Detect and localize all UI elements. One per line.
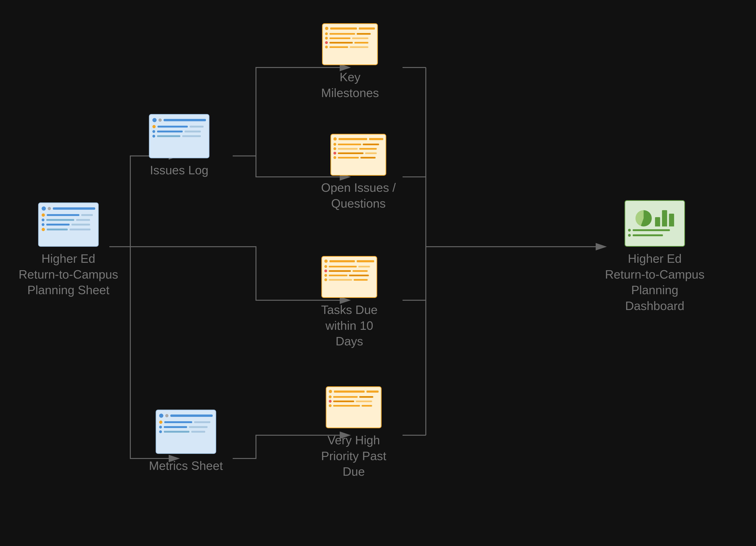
o-line4: [338, 157, 359, 158]
row-line4: [47, 229, 68, 230]
orange-header-line2: [357, 260, 374, 262]
o-dot1: [324, 265, 327, 268]
row-line-s: [190, 126, 204, 128]
metrics-sheet-card: [156, 410, 216, 454]
dashboard-node: Higher Ed Return-to-Campus Planning Dash…: [605, 200, 705, 314]
o-line3: [329, 275, 347, 276]
o-dot2: [324, 270, 327, 272]
row-line-short: [81, 214, 93, 216]
bar-chart: [655, 210, 674, 226]
tasks-due-node: Tasks Due within 10 Days: [321, 256, 378, 349]
row-line2b: [76, 219, 90, 221]
o-dot3: [333, 152, 336, 155]
orange-dot: [324, 260, 328, 263]
blue-dot: [159, 414, 163, 418]
orange-header-line: [334, 391, 364, 393]
o-line3b: [365, 152, 377, 154]
row-dot3: [42, 223, 44, 226]
o-dot1: [325, 32, 328, 35]
open-issues-card: [330, 134, 386, 176]
blue-dot: [42, 206, 46, 211]
key-milestones-node: Key Milestones: [321, 23, 379, 101]
key-milestones-label: Key Milestones: [321, 69, 379, 101]
row-line3b: [191, 431, 205, 433]
dashboard-row2: [628, 234, 682, 237]
row-line2: [46, 219, 74, 221]
o-line1b: [359, 396, 373, 398]
gray-dot: [48, 207, 51, 210]
o-line4b: [350, 46, 368, 48]
green-dot2: [628, 234, 631, 237]
o-line4: [329, 279, 352, 281]
o-dot1: [333, 143, 336, 146]
gray-dot: [165, 414, 168, 417]
green-line1: [633, 229, 670, 231]
issues-log-card: [149, 114, 209, 158]
row-dot2: [159, 426, 162, 428]
o-line1: [338, 144, 361, 145]
o-dot2: [329, 400, 332, 403]
o-line1: [329, 266, 357, 267]
o-line3b: [354, 42, 368, 44]
o-line1: [329, 33, 355, 35]
header-line: [53, 207, 95, 210]
row-line3b: [182, 135, 201, 137]
metrics-sheet-node: Metrics Sheet: [149, 410, 223, 474]
o-line2: [338, 148, 358, 150]
bar-3: [669, 214, 674, 226]
issues-log-label: Issues Log: [150, 162, 208, 178]
very-high-node: Very High Priority Past Due: [321, 386, 386, 480]
row-line3: [157, 135, 180, 137]
metrics-sheet-label: Metrics Sheet: [149, 458, 223, 474]
o-line2: [329, 270, 351, 272]
o-dot3: [324, 274, 327, 277]
dashboard-card: [625, 200, 685, 247]
o-dot1: [329, 395, 332, 398]
orange-dot: [329, 390, 332, 393]
row-line2: [164, 426, 187, 428]
row-dot3: [159, 430, 162, 433]
issues-log-node: Issues Log: [149, 114, 209, 178]
orange-header-line2: [366, 391, 379, 393]
key-milestones-card: [322, 23, 378, 65]
green-line2: [633, 234, 663, 236]
very-high-label: Very High Priority Past Due: [321, 432, 386, 480]
o-line1: [333, 396, 358, 398]
o-line4b: [354, 279, 368, 281]
row-line4b: [70, 229, 91, 230]
row-dot4: [42, 228, 45, 231]
row-dot2: [42, 219, 44, 221]
o-line2b: [352, 37, 368, 39]
o-dot2: [325, 37, 328, 40]
row-dot: [152, 125, 156, 128]
row-dot: [159, 421, 162, 424]
very-high-card: [326, 386, 382, 428]
dashboard-label: Higher Ed Return-to-Campus Planning Dash…: [605, 251, 705, 314]
header-line: [170, 415, 213, 417]
row-line: [158, 126, 188, 128]
o-line3: [329, 42, 353, 44]
green-dot1: [628, 229, 631, 232]
row-line2b: [185, 131, 201, 132]
orange-dot: [333, 137, 337, 141]
tasks-due-label: Tasks Due within 10 Days: [321, 302, 378, 349]
orange-header-line: [339, 138, 367, 140]
orange-header-line: [330, 27, 357, 30]
diagram-container: Higher Ed Return-to-Campus Planning Shee…: [0, 0, 756, 546]
row-dot3: [152, 135, 155, 138]
row-line3: [46, 224, 70, 226]
o-line2: [333, 401, 354, 402]
row-line2: [157, 131, 183, 132]
row-line3: [164, 431, 189, 433]
tasks-due-card: [321, 256, 377, 298]
orange-header-line2: [369, 138, 383, 140]
source-label: Higher Ed Return-to-Campus Planning Shee…: [19, 251, 118, 298]
o-line3: [338, 152, 363, 154]
o-line1b: [357, 33, 371, 35]
o-line4b: [360, 157, 376, 158]
row-line: [47, 214, 79, 216]
dashboard-row1: [628, 229, 682, 232]
open-issues-label: Open Issues / Questions: [321, 180, 396, 211]
o-dot4: [333, 156, 336, 159]
o-line3b: [349, 275, 369, 276]
